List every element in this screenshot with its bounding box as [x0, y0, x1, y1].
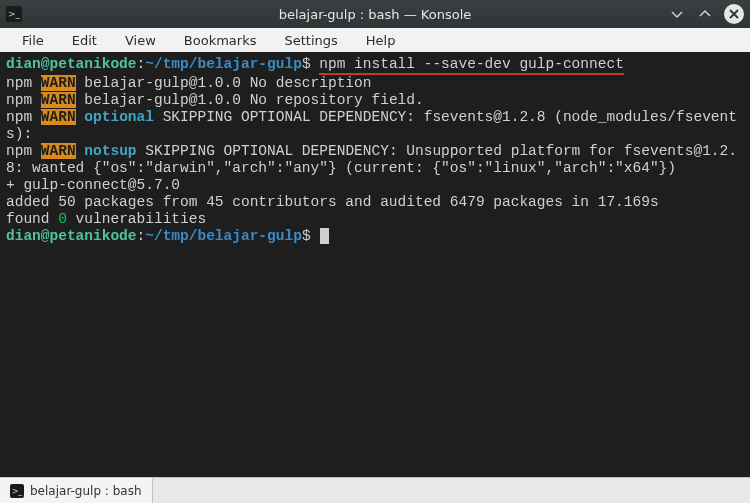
- prompt-dollar: $: [302, 56, 311, 72]
- output-text: found: [6, 211, 58, 227]
- terminal-viewport[interactable]: dian@petanikode:~/tmp/belajar-gulp$ npm …: [0, 52, 750, 477]
- cursor: [320, 228, 329, 244]
- close-button[interactable]: [724, 4, 744, 24]
- prompt-user: dian@petanikode: [6, 56, 137, 72]
- warn-category: optional: [84, 109, 154, 125]
- prompt-path: ~/tmp/belajar-gulp: [145, 56, 302, 72]
- npm-prefix: npm: [6, 109, 41, 125]
- npm-prefix: npm: [6, 143, 41, 159]
- menu-edit[interactable]: Edit: [58, 30, 111, 51]
- command-text: npm install --save-dev gulp-connect: [319, 56, 624, 75]
- warn-badge: WARN: [41, 109, 76, 125]
- npm-prefix: npm: [6, 75, 41, 91]
- menubar: File Edit View Bookmarks Settings Help: [0, 28, 750, 52]
- npm-prefix: npm: [6, 92, 41, 108]
- menu-help[interactable]: Help: [352, 30, 410, 51]
- prompt-colon: :: [137, 56, 146, 72]
- warn-badge: WARN: [41, 75, 76, 91]
- prompt-dollar: $: [302, 228, 311, 244]
- warn-badge: WARN: [41, 143, 76, 159]
- tabbar: >_ belajar-gulp : bash: [0, 477, 750, 503]
- minimize-button[interactable]: [668, 5, 686, 23]
- installed-package: gulp-connect@5.7.0: [23, 177, 180, 193]
- output-text: added 50 packages from 45 contributors a…: [6, 194, 744, 211]
- tab-session-1[interactable]: >_ belajar-gulp : bash: [0, 478, 153, 503]
- menu-view[interactable]: View: [111, 30, 170, 51]
- window-title: belajar-gulp : bash — Konsole: [0, 7, 750, 22]
- output-text: vulnerabilities: [67, 211, 206, 227]
- menu-settings[interactable]: Settings: [270, 30, 351, 51]
- warn-category: notsup: [84, 143, 136, 159]
- output-text: belajar-gulp@1.0.0 No description: [76, 75, 372, 91]
- plus-sign: +: [6, 177, 23, 193]
- tab-label: belajar-gulp : bash: [30, 484, 142, 498]
- terminal-icon: >_: [10, 484, 24, 498]
- prompt-user: dian@petanikode: [6, 228, 137, 244]
- prompt-path: ~/tmp/belajar-gulp: [145, 228, 302, 244]
- maximize-button[interactable]: [696, 5, 714, 23]
- titlebar: >_ belajar-gulp : bash — Konsole: [0, 0, 750, 28]
- warn-badge: WARN: [41, 92, 76, 108]
- vuln-count: 0: [58, 211, 67, 227]
- terminal-app-icon: >_: [6, 6, 22, 22]
- output-text: belajar-gulp@1.0.0 No repository field.: [76, 92, 424, 108]
- menu-bookmarks[interactable]: Bookmarks: [170, 30, 271, 51]
- menu-file[interactable]: File: [8, 30, 58, 51]
- prompt-colon: :: [137, 228, 146, 244]
